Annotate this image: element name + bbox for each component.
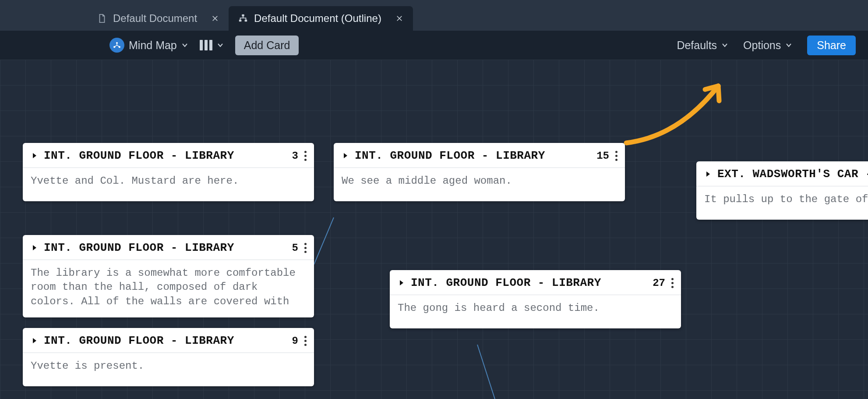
card-header: INT. GROUND FLOOR - LIBRARY27 bbox=[390, 270, 681, 295]
options-dropdown[interactable]: Options bbox=[743, 39, 792, 52]
svg-line-6 bbox=[314, 217, 334, 264]
card-title: INT. GROUND FLOOR - LIBRARY bbox=[355, 149, 591, 162]
defaults-dropdown[interactable]: Defaults bbox=[677, 39, 728, 52]
scene-card[interactable]: INT. GROUND FLOOR - LIBRARY15We see a mi… bbox=[334, 143, 625, 201]
columns-icon bbox=[200, 40, 212, 50]
card-menu-icon[interactable] bbox=[303, 335, 306, 347]
chevron-down-icon bbox=[721, 42, 728, 49]
svg-rect-1 bbox=[239, 20, 242, 22]
card-collapse-toggle[interactable] bbox=[31, 337, 39, 345]
card-menu-icon[interactable] bbox=[614, 150, 617, 162]
card-menu-icon[interactable] bbox=[670, 277, 673, 289]
card-collapse-toggle[interactable] bbox=[31, 244, 39, 252]
close-icon[interactable] bbox=[211, 14, 219, 22]
svg-rect-0 bbox=[242, 14, 244, 17]
card-number: 5 bbox=[292, 242, 298, 254]
chevron-down-icon bbox=[181, 42, 188, 49]
card-number: 3 bbox=[292, 150, 298, 162]
chevron-down-icon bbox=[217, 42, 224, 49]
tab-strip: Default Document Default Document (Outli… bbox=[0, 0, 868, 31]
add-card-button[interactable]: Add Card bbox=[235, 36, 299, 55]
close-icon[interactable] bbox=[395, 14, 403, 22]
mindmap-icon bbox=[109, 38, 124, 53]
card-body: Yvette and Col. Mustard are here. bbox=[23, 168, 314, 201]
card-header: INT. GROUND FLOOR - LIBRARY5 bbox=[23, 235, 314, 260]
card-collapse-toggle[interactable] bbox=[398, 279, 406, 287]
scene-card[interactable]: INT. GROUND FLOOR - LIBRARY9Yvette is pr… bbox=[23, 328, 314, 386]
view-mindmap-dropdown[interactable]: Mind Map bbox=[109, 38, 188, 53]
card-menu-icon[interactable] bbox=[303, 242, 306, 254]
card-body: We see a middle aged woman. bbox=[334, 168, 625, 201]
svg-line-7 bbox=[477, 345, 495, 399]
columns-dropdown[interactable] bbox=[200, 40, 224, 50]
card-body: It pulls up to the gate of Hill bbox=[696, 186, 868, 220]
card-body: Yvette is present. bbox=[23, 353, 314, 386]
card-number: 9 bbox=[292, 335, 298, 347]
document-icon bbox=[97, 14, 107, 23]
card-title: EXT. WADSWORTH'S CAR - TU bbox=[717, 167, 868, 181]
card-collapse-toggle[interactable] bbox=[704, 170, 712, 178]
card-number: 15 bbox=[596, 150, 609, 162]
options-label: Options bbox=[743, 39, 781, 52]
card-header: INT. GROUND FLOOR - LIBRARY9 bbox=[23, 328, 314, 353]
annotation-arrow bbox=[622, 68, 745, 152]
card-menu-icon[interactable] bbox=[303, 150, 306, 162]
scene-card[interactable]: EXT. WADSWORTH'S CAR - TUIt pulls up to … bbox=[696, 161, 868, 220]
tab-label: Default Document bbox=[113, 12, 197, 25]
defaults-label: Defaults bbox=[677, 39, 717, 52]
card-title: INT. GROUND FLOOR - LIBRARY bbox=[411, 276, 647, 289]
card-body: The library is a somewhat more comfortab… bbox=[23, 260, 314, 317]
view-label: Mind Map bbox=[129, 39, 177, 52]
svg-rect-2 bbox=[245, 20, 247, 22]
chevron-down-icon bbox=[785, 42, 792, 49]
card-header: INT. GROUND FLOOR - LIBRARY3 bbox=[23, 143, 314, 168]
card-collapse-toggle[interactable] bbox=[31, 152, 39, 160]
scene-card[interactable]: INT. GROUND FLOOR - LIBRARY5The library … bbox=[23, 235, 314, 317]
card-header: EXT. WADSWORTH'S CAR - TU bbox=[696, 161, 868, 186]
share-button[interactable]: Share bbox=[807, 36, 856, 55]
card-title: INT. GROUND FLOOR - LIBRARY bbox=[44, 149, 287, 162]
tab-label: Default Document (Outline) bbox=[254, 12, 381, 25]
tab-default-document[interactable]: Default Document bbox=[88, 6, 229, 31]
card-number: 27 bbox=[653, 277, 665, 289]
card-body: The gong is heard a second time. bbox=[390, 295, 681, 328]
scene-card[interactable]: INT. GROUND FLOOR - LIBRARY27The gong is… bbox=[390, 270, 681, 328]
mind-map-canvas[interactable]: INT. GROUND FLOOR - LIBRARY3Yvette and C… bbox=[0, 60, 868, 399]
card-title: INT. GROUND FLOOR - LIBRARY bbox=[44, 334, 287, 347]
scene-card[interactable]: INT. GROUND FLOOR - LIBRARY3Yvette and C… bbox=[23, 143, 314, 201]
card-header: INT. GROUND FLOOR - LIBRARY15 bbox=[334, 143, 625, 168]
sitemap-icon bbox=[238, 14, 248, 23]
card-collapse-toggle[interactable] bbox=[342, 152, 349, 160]
card-title: INT. GROUND FLOOR - LIBRARY bbox=[44, 241, 287, 254]
tab-default-document-outline[interactable]: Default Document (Outline) bbox=[229, 6, 413, 31]
svg-point-3 bbox=[116, 42, 118, 44]
toolbar: Mind Map Add Card Defaults Options Share bbox=[0, 31, 868, 60]
